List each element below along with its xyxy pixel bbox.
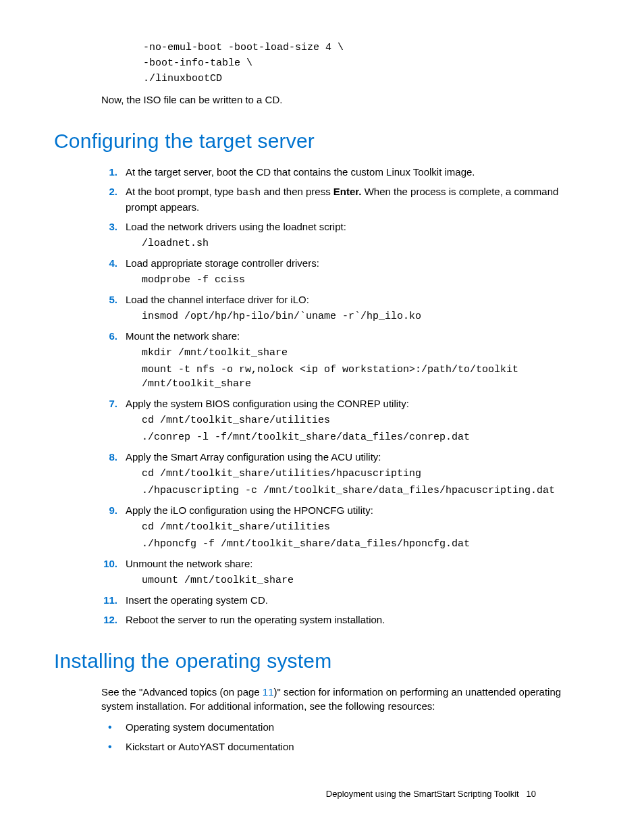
- heading-configuring: Configuring the target server: [54, 127, 590, 155]
- install-paragraph: See the "Advanced topics (on page 11)" s…: [101, 685, 590, 713]
- code-block: ./conrep -l -f/mnt/toolkit_share/data_fi…: [142, 430, 590, 444]
- configure-steps-list: 1.At the target server, boot the CD that…: [101, 165, 590, 627]
- step-2: 2.At the boot prompt, type bash and then…: [101, 184, 590, 214]
- code-block: umount /mnt/toolkit_share: [142, 573, 590, 588]
- code-block: modprobe -f cciss: [142, 273, 590, 287]
- code-block: cd /mnt/toolkit_share/utilities: [142, 520, 590, 534]
- code-block: ./hponcfg -f /mnt/toolkit_share/data_fil…: [142, 537, 590, 551]
- step-text: Unmount the network share:: [126, 558, 252, 569]
- bullet-item: Operating system documentation: [101, 720, 590, 734]
- install-bullet-list: Operating system documentation Kickstart…: [101, 720, 590, 754]
- step-text: Apply the iLO configuration using the HP…: [126, 504, 373, 516]
- step-text: Load the channel interface driver for iL…: [126, 294, 309, 305]
- code-block: ./hpacuscripting -c /mnt/toolkit_share/d…: [142, 484, 590, 498]
- code-line: -boot-info-table \: [143, 56, 590, 70]
- step-3: 3.Load the network drivers using the loa…: [101, 219, 590, 251]
- code-line: -no-emul-boot -boot-load-size 4 \: [143, 41, 590, 55]
- step-text: Mount the network share:: [126, 330, 240, 342]
- step-text: Load appropriate storage controller driv…: [126, 257, 319, 269]
- step-12: 12.Reboot the server to run the operatin…: [101, 613, 590, 627]
- iso-note-text: Now, the ISO file can be written to a CD…: [101, 93, 590, 107]
- code-block: cd /mnt/toolkit_share/utilities: [142, 413, 590, 427]
- bold-enter: Enter.: [333, 186, 362, 197]
- code-line: ./linuxbootCD: [143, 72, 590, 86]
- code-block: cd /mnt/toolkit_share/utilities/hpacuscr…: [142, 467, 590, 481]
- step-text: Insert the operating system CD.: [126, 594, 268, 606]
- step-text: Apply the Smart Array configuration usin…: [126, 451, 381, 463]
- step-4: 4.Load appropriate storage controller dr…: [101, 256, 590, 287]
- footer-page-number: 10: [527, 789, 536, 799]
- heading-installing: Installing the operating system: [54, 647, 590, 675]
- step-1: 1.At the target server, boot the CD that…: [101, 165, 590, 179]
- step-text: Reboot the server to run the operating s…: [126, 614, 385, 625]
- step-10: 10.Unmount the network share: umount /mn…: [101, 556, 590, 588]
- step-5: 5.Load the channel interface driver for …: [101, 292, 590, 323]
- code-block: mkdir /mnt/toolkit_share: [142, 346, 590, 360]
- step-text: At the boot prompt, type bash and then p…: [126, 186, 558, 213]
- code-block: /loadnet.sh: [142, 236, 590, 251]
- code-block: mount -t nfs -o rw,nolock <ip of worksta…: [142, 363, 590, 391]
- step-text: Apply the system BIOS configuration usin…: [126, 398, 409, 409]
- step-9: 9.Apply the iLO configuration using the …: [101, 503, 590, 551]
- step-text: At the target server, boot the CD that c…: [126, 166, 475, 178]
- inline-code: bash: [236, 187, 261, 199]
- step-text: Load the network drivers using the loadn…: [126, 221, 346, 232]
- page-link[interactable]: 11: [263, 686, 274, 698]
- bullet-item: Kickstart or AutoYAST documentation: [101, 739, 590, 754]
- page-footer: Deployment using the SmartStart Scriptin…: [326, 788, 536, 800]
- footer-text: Deployment using the SmartStart Scriptin…: [326, 789, 519, 799]
- step-11: 11.Insert the operating system CD.: [101, 593, 590, 607]
- step-6: 6.Mount the network share: mkdir /mnt/to…: [101, 329, 590, 391]
- step-7: 7.Apply the system BIOS configuration us…: [101, 396, 590, 444]
- step-8: 8.Apply the Smart Array configuration us…: [101, 450, 590, 498]
- code-block: insmod /opt/hp/hp-ilo/bin/`uname -r`/hp_…: [142, 309, 590, 323]
